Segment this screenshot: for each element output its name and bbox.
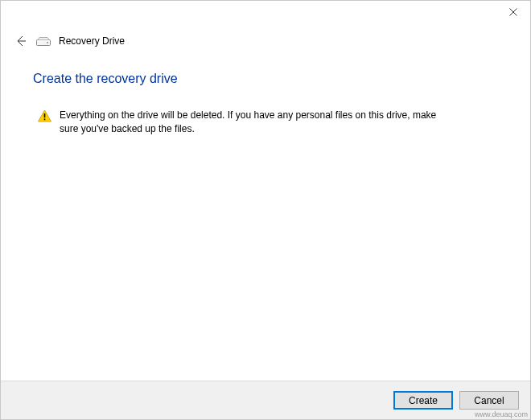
cancel-button[interactable]: Cancel [459,391,519,410]
header-row: Recovery Drive [1,25,530,56]
drive-icon [36,35,51,47]
svg-point-4 [47,42,48,43]
back-button[interactable] [12,33,28,49]
svg-rect-6 [44,119,46,121]
recovery-drive-dialog: Recovery Drive Create the recovery drive… [0,0,531,420]
close-icon [509,8,517,16]
create-button[interactable]: Create [393,391,453,410]
close-button[interactable] [499,3,528,21]
back-arrow-icon [14,35,27,47]
warning-row: Everything on the drive will be deleted.… [33,109,498,137]
warning-icon [38,109,51,126]
svg-rect-5 [44,113,46,117]
content-area: Create the recovery drive Everything on … [1,56,530,381]
header-title: Recovery Drive [59,35,125,47]
watermark: www.deuaq.com [475,410,528,418]
titlebar [1,1,530,25]
page-title: Create the recovery drive [33,72,498,86]
warning-text: Everything on the drive will be deleted.… [60,109,454,137]
button-bar: Create Cancel [1,381,530,419]
